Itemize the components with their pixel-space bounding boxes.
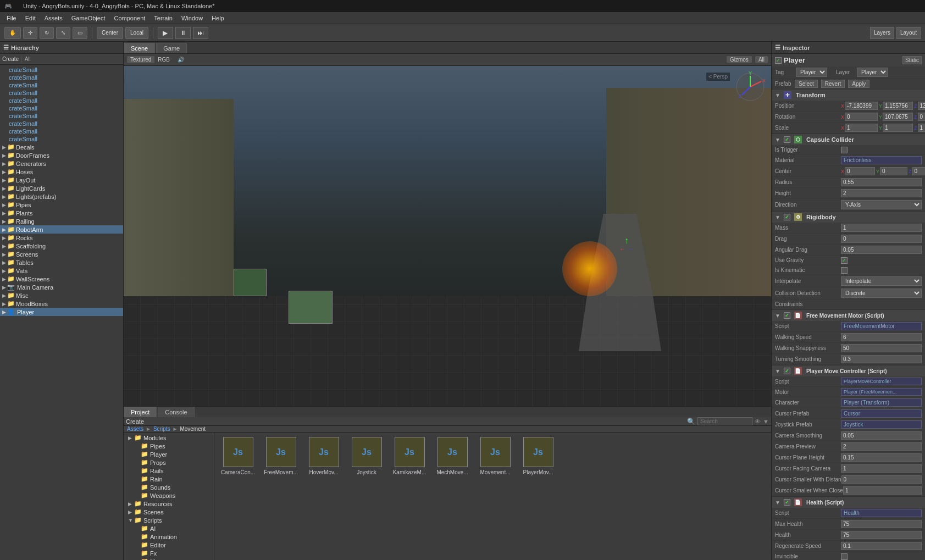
menu-item-window[interactable]: Window (177, 14, 207, 23)
proj-folder-animation[interactable]: 📁Animation (124, 533, 214, 541)
all-btn[interactable]: All (755, 56, 768, 63)
proj-folder-ai[interactable]: 📁AI (124, 524, 214, 533)
list-item[interactable]: crateSmall (0, 135, 123, 143)
rot-z-input[interactable] (918, 113, 925, 121)
static-btn[interactable]: Static (902, 56, 922, 64)
material-ref[interactable]: Frictionless (841, 156, 922, 164)
direction-select[interactable]: Y-Axis (841, 200, 922, 209)
menu-item-file[interactable]: File (2, 14, 21, 23)
menu-item-component[interactable]: Component (109, 14, 149, 23)
list-item[interactable]: crateSmall (0, 104, 123, 112)
file-item-playermov[interactable]: Js PlayerMov... (519, 437, 557, 475)
pause-btn[interactable]: ⏸ (175, 27, 191, 39)
project-create-btn[interactable]: Create (126, 418, 144, 425)
proj-folder-scenes[interactable]: ▶📁Scenes (124, 508, 214, 516)
proj-folder-props[interactable]: 📁Props (124, 458, 214, 467)
rigidbody-enable-checkbox[interactable]: ✓ (784, 214, 790, 220)
walking-snappyness-input[interactable] (841, 344, 922, 352)
tab-game[interactable]: Game (156, 43, 187, 53)
list-item[interactable]: crateSmall (0, 120, 123, 127)
hierarchy-folder-wallscreens[interactable]: ▶📁WallScreens (0, 275, 123, 283)
rot-x-input[interactable] (845, 113, 878, 121)
pm-script-ref[interactable]: PlayerMoveController (841, 378, 922, 385)
proj-folder-weapons[interactable]: 📁Weapons (124, 491, 214, 500)
gameobj-enable-checkbox[interactable]: ✓ (775, 57, 782, 64)
menu-item-assets[interactable]: Assets (40, 14, 67, 23)
invincible-checkbox[interactable] (841, 553, 848, 560)
textured-btn[interactable]: Textured (127, 56, 154, 63)
project-search-input[interactable] (697, 417, 752, 425)
hierarchy-folder-robotarm[interactable]: ▶📁RobotArm (0, 225, 123, 234)
hierarchy-folder-moodboxes[interactable]: ▶📁MoodBoxes (0, 300, 123, 308)
file-item-hovermov[interactable]: Js HoverMov... (304, 437, 343, 475)
layer-select[interactable]: Player (857, 68, 888, 77)
tab-project[interactable]: Project (124, 407, 157, 417)
cursor-facing-input[interactable] (841, 464, 922, 473)
walking-speed-input[interactable] (841, 333, 922, 341)
tool-move[interactable]: ✛ (23, 27, 37, 39)
apply-btn[interactable]: Apply (848, 80, 869, 88)
joystick-prefab-ref[interactable]: Joystick (841, 420, 922, 429)
tool-rect[interactable]: ▭ (73, 27, 87, 39)
rgb-btn[interactable]: RGB (158, 57, 170, 63)
hierarchy-folder-pipes[interactable]: ▶📁Pipes (0, 201, 123, 209)
center-x-input[interactable] (845, 167, 875, 175)
hierarchy-folder-misc[interactable]: ▶📁Misc (0, 291, 123, 300)
viewport[interactable]: < Persp X Y Z ↑ ←→ (124, 66, 771, 406)
health-script-ref[interactable]: Health (841, 509, 922, 517)
hierarchy-folder-generators[interactable]: ▶📁Generators (0, 159, 123, 168)
proj-folder-modules[interactable]: ▶📁Modules (124, 434, 214, 442)
regen-speed-input[interactable] (841, 542, 922, 550)
list-item[interactable]: crateSmall (0, 74, 123, 81)
proj-folder-player[interactable]: 📁Player (124, 450, 214, 458)
scale-y-input[interactable] (883, 124, 913, 132)
free-movement-enable-checkbox[interactable]: ✓ (784, 312, 790, 319)
proj-folder-resources[interactable]: ▶📁Resources (124, 500, 214, 508)
center-y-input[interactable] (880, 167, 907, 175)
transform-gizmo[interactable]: ↑ ←→ (619, 236, 634, 252)
hierarchy-folder-doorframes[interactable]: ▶📁DoorFrames (0, 151, 123, 159)
hierarchy-folder-lights[interactable]: ▶📁Lights(prefabs) (0, 192, 123, 201)
health-val-input[interactable] (841, 531, 922, 539)
breadcrumb-scripts[interactable]: Scripts (153, 426, 170, 432)
center-z-input[interactable] (912, 167, 925, 175)
tool-rotate[interactable]: ↻ (40, 27, 54, 39)
menu-item-gameobject[interactable]: GameObject (67, 14, 110, 23)
proj-folder-fx[interactable]: 📁Fx (124, 549, 214, 557)
character-ref[interactable]: Player (Transform) (841, 398, 922, 407)
pivot-btn[interactable]: Center (97, 27, 123, 39)
pos-y-input[interactable] (883, 102, 913, 110)
menu-item-edit[interactable]: Edit (21, 14, 40, 23)
tool-scale[interactable]: ⤡ (56, 27, 70, 39)
layers-dropdown[interactable]: Layers (870, 27, 894, 39)
breadcrumb-movement[interactable]: Movement (180, 426, 206, 432)
hierarchy-folder-screens[interactable]: ▶📁Screens (0, 250, 123, 258)
local-btn[interactable]: Local (125, 27, 148, 39)
file-item-joystick[interactable]: Js Joystick (347, 437, 386, 475)
play-btn[interactable]: ▶ (158, 27, 173, 39)
scale-x-input[interactable] (845, 124, 878, 132)
camera-smoothing-input[interactable] (841, 431, 922, 440)
hierarchy-folder-rocks[interactable]: ▶📁Rocks (0, 234, 123, 242)
revert-btn[interactable]: Revert (821, 80, 845, 88)
hierarchy-folder-plants[interactable]: ▶📁Plants (0, 209, 123, 217)
hierarchy-create-btn[interactable]: Create (2, 56, 19, 62)
hierarchy-folder-hoses[interactable]: ▶📁Hoses (0, 168, 123, 176)
hierarchy-folder-tables[interactable]: ▶📁Tables (0, 258, 123, 267)
select-btn[interactable]: Select (795, 80, 818, 88)
proj-folder-rails[interactable]: 📁Rails (124, 467, 214, 475)
camera-preview-input[interactable] (841, 442, 922, 451)
angular-drag-input[interactable] (841, 246, 922, 254)
hierarchy-folder-scaffolding[interactable]: ▶📁Scaffolding (0, 242, 123, 250)
collision-select[interactable]: Discrete (841, 289, 922, 298)
proj-folder-managers[interactable]: 📁Managers (124, 557, 214, 560)
hierarchy-folder-railing[interactable]: ▶📁Railing (0, 217, 123, 225)
proj-folder-editor[interactable]: 📁Editor (124, 541, 214, 549)
step-btn[interactable]: ⏭ (193, 27, 208, 39)
tab-console[interactable]: Console (158, 407, 194, 417)
capsule-enable-checkbox[interactable]: ✓ (784, 136, 790, 143)
list-item[interactable]: crateSmall (0, 112, 123, 120)
player-move-enable-checkbox[interactable]: ✓ (784, 368, 790, 374)
hierarchy-folder-maincamera[interactable]: ▶📷Main Camera (0, 283, 123, 291)
list-item[interactable]: crateSmall (0, 89, 123, 97)
